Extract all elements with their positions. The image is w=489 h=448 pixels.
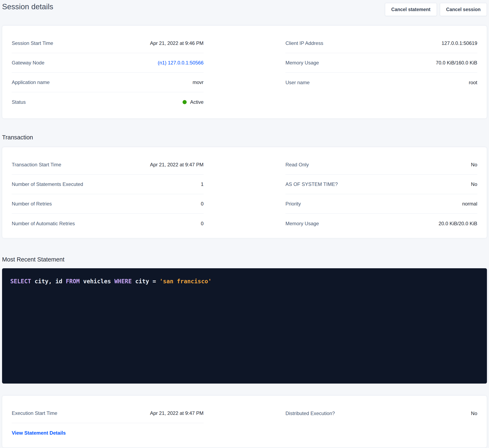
user-name-row: User name root	[285, 73, 477, 92]
cancel-statement-button[interactable]: Cancel statement	[385, 3, 437, 16]
transaction-memory-usage-row: Memory Usage 20.0 KiB/20.0 KiB	[285, 214, 477, 233]
sql-statement: SELECT city, id FROM vehicles WHERE city…	[10, 277, 479, 286]
row-value: Apr 21, 2022 at 9:47 PM	[150, 162, 204, 168]
sql-token-plain: vehicles	[80, 278, 114, 285]
row-value: 0	[201, 201, 204, 207]
row-value: 0	[201, 221, 204, 226]
row-label: Execution Start Time	[12, 410, 57, 416]
row-label: Memory Usage	[285, 221, 319, 226]
row-label: Session Start Time	[12, 40, 53, 46]
status-active-icon	[183, 100, 187, 104]
row-value: movr	[193, 79, 204, 85]
application-name-row: Application name movr	[12, 73, 204, 92]
row-value: 20.0 KiB/20.0 KiB	[439, 221, 477, 226]
row-value: normal	[462, 201, 477, 207]
row-label: Memory Usage	[285, 60, 319, 66]
status-row: Status Active	[12, 92, 204, 112]
transaction-start-time-row: Transaction Start Time Apr 21, 2022 at 9…	[12, 155, 204, 174]
statements-executed-row: Number of Statements Executed 1	[12, 174, 204, 194]
row-value: Apr 21, 2022 at 9:47 PM	[150, 410, 204, 416]
status-badge: Active	[183, 99, 204, 105]
row-label: Read Only	[285, 162, 309, 168]
execution-start-time-row: Execution Start Time Apr 21, 2022 at 9:4…	[12, 404, 204, 423]
page-header: Session details Cancel statement Cancel …	[2, 2, 487, 16]
transaction-card-right-column: Read Only No AS OF SYSTEM TIME? No Prior…	[285, 155, 477, 238]
row-value: 1	[201, 181, 204, 187]
sql-token-keyword: FROM	[66, 278, 80, 285]
session-details-page: Session details Cancel statement Cancel …	[0, 0, 489, 448]
execution-card-right-column: Distributed Execution? No	[285, 404, 477, 447]
sql-token-keyword: WHERE	[114, 278, 132, 285]
row-value: Apr 21, 2022 at 9:46 PM	[150, 40, 204, 46]
sql-code-block: SELECT city, id FROM vehicles WHERE city…	[2, 268, 487, 383]
row-value: No	[471, 411, 477, 416]
row-value: root	[469, 80, 477, 85]
header-actions: Cancel statement Cancel session	[385, 2, 487, 16]
session-summary-card: Session Start Time Apr 21, 2022 at 9:46 …	[2, 25, 487, 119]
row-label: Status	[12, 99, 26, 105]
row-label: Distributed Execution?	[285, 411, 335, 416]
row-label: AS OF SYSTEM TIME?	[285, 181, 338, 187]
row-label: Priority	[285, 201, 301, 207]
sql-token-keyword: SELECT	[10, 278, 31, 285]
view-statement-details-link[interactable]: View Statement Details	[12, 430, 66, 436]
sql-token-plain: city, id	[31, 278, 66, 285]
sql-token-string: 'san francisco'	[160, 278, 212, 285]
gateway-node-link[interactable]: (n1) 127.0.0.1:50566	[158, 60, 204, 66]
cancel-session-button[interactable]: Cancel session	[440, 3, 487, 16]
row-label: Gateway Node	[12, 60, 44, 66]
row-value: No	[471, 162, 477, 168]
memory-usage-row: Memory Usage 70.0 KiB/160.0 KiB	[285, 53, 477, 73]
row-label: Number of Retries	[12, 201, 52, 207]
gateway-node-row: Gateway Node (n1) 127.0.0.1:50566	[12, 53, 204, 73]
status-text: Active	[190, 99, 204, 105]
priority-row: Priority normal	[285, 194, 477, 214]
row-label: Application name	[12, 79, 49, 85]
row-value: 127.0.0.1:50619	[442, 40, 477, 46]
row-value: 70.0 KiB/160.0 KiB	[436, 60, 477, 66]
read-only-row: Read Only No	[285, 155, 477, 174]
view-statement-details-row: View Statement Details	[12, 423, 204, 443]
as-of-system-time-row: AS OF SYSTEM TIME? No	[285, 174, 477, 194]
row-label: Transaction Start Time	[12, 162, 61, 168]
page-title: Session details	[2, 2, 53, 12]
execution-card: Execution Start Time Apr 21, 2022 at 9:4…	[2, 396, 487, 448]
client-ip-row: Client IP Address 127.0.0.1:50619	[285, 33, 477, 53]
row-label: User name	[285, 80, 310, 85]
execution-card-left-column: Execution Start Time Apr 21, 2022 at 9:4…	[12, 404, 204, 447]
session-card-right-column: Client IP Address 127.0.0.1:50619 Memory…	[285, 33, 477, 118]
session-start-time-row: Session Start Time Apr 21, 2022 at 9:46 …	[12, 33, 204, 53]
transaction-card-left-column: Transaction Start Time Apr 21, 2022 at 9…	[12, 155, 204, 238]
row-label: Client IP Address	[285, 40, 323, 46]
statement-section-heading: Most Recent Statement	[2, 256, 487, 263]
row-value: No	[471, 181, 477, 187]
session-card-left-column: Session Start Time Apr 21, 2022 at 9:46 …	[12, 33, 204, 118]
row-label: Number of Automatic Retries	[12, 221, 75, 226]
sql-token-plain: city =	[132, 278, 160, 285]
automatic-retries-row: Number of Automatic Retries 0	[12, 214, 204, 233]
number-of-retries-row: Number of Retries 0	[12, 194, 204, 214]
distributed-execution-row: Distributed Execution? No	[285, 404, 477, 423]
row-label: Number of Statements Executed	[12, 181, 83, 187]
transaction-section-heading: Transaction	[2, 134, 487, 141]
transaction-card: Transaction Start Time Apr 21, 2022 at 9…	[2, 147, 487, 238]
